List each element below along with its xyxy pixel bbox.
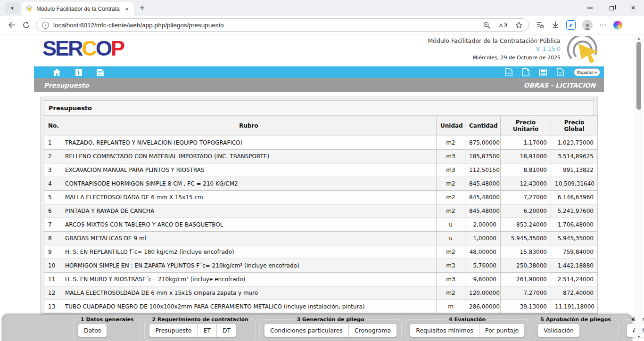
refresh-button[interactable]	[19, 18, 33, 32]
budget-table-body: 1TRAZADO, REPLANTEO Y NIVELACION (EQUIPO…	[44, 136, 598, 314]
menubar-right-icons: Español	[505, 68, 600, 76]
app-menubar: Español	[34, 66, 604, 78]
copilot-icon[interactable]	[613, 21, 622, 30]
new-document-icon[interactable]	[522, 68, 529, 76]
col-header-rubro: Rubro	[61, 116, 437, 136]
document-icon[interactable]	[97, 69, 104, 76]
row-no: 10	[44, 259, 61, 273]
table-caption: Presupuesto	[44, 100, 594, 115]
nav-button[interactable]: Validación	[538, 324, 579, 337]
row-precio-global: 1.706,48000	[551, 218, 598, 232]
nav-button[interactable]: ET	[197, 324, 216, 337]
budget-panel: Presupuesto No. Rubro Unidad Cantidad Pr…	[40, 97, 598, 317]
row-cantidad: 845,48000	[465, 204, 501, 218]
col-header-unidad: Unidad	[437, 116, 465, 136]
row-precio-unitario: 8,81000	[501, 163, 551, 177]
row-cantidad: 5,76000	[465, 259, 501, 273]
row-unidad: m3	[437, 163, 465, 177]
app-title: Módulo Facilitador de la Contratación Pú…	[428, 37, 561, 44]
row-unidad: m	[437, 300, 465, 314]
row-cantidad: 845,48000	[465, 177, 501, 191]
nav-button[interactable]: Por puntaje	[479, 324, 524, 337]
table-row: 3EXCAVACION MANUAL PARA PLINTOS Y RIOSTR…	[44, 163, 598, 177]
row-cantidad: 9,60000	[465, 273, 501, 286]
row-rubro: EXCAVACION MANUAL PARA PLINTOS Y RIOSTRA…	[61, 163, 437, 177]
calculator-icon[interactable]	[539, 69, 547, 76]
nav-button[interactable]: Presupuesto	[149, 324, 197, 337]
row-rubro: H. S. EN MURO Y RIOSTRASF´c= 210kg/cm² (…	[61, 273, 437, 286]
site-info-icon[interactable]: i	[42, 22, 49, 29]
row-cantidad: 120,00000	[465, 286, 501, 300]
row-precio-unitario: 12,43000	[501, 177, 551, 191]
window-minimize-button[interactable]	[579, 0, 601, 16]
row-rubro: HORMIGON SIMPLE EN : EN ZAPATA YPLINTOS …	[61, 259, 437, 273]
scrollbar-up-icon[interactable]: ▲	[635, 36, 643, 41]
tab-close-icon[interactable]: ×	[124, 6, 130, 13]
ie-mode-icon[interactable]: e	[566, 20, 576, 30]
row-precio-global: 3.514,89625	[551, 150, 598, 163]
row-precio-global: 10.509,31640	[551, 177, 598, 191]
row-unidad: m2	[437, 191, 465, 204]
scrollbar-thumb[interactable]	[636, 42, 641, 110]
nav-group-legend: 2 Requerimiento de contratación	[149, 317, 251, 323]
zoom-out-icon[interactable]	[483, 21, 491, 29]
pdf-document-icon[interactable]	[505, 68, 512, 76]
row-unidad: m2	[437, 286, 465, 300]
row-precio-global: 11.191,18000	[551, 300, 598, 314]
read-aloud-icon[interactable]: A	[498, 21, 507, 29]
nav-button[interactable]: Datos	[78, 324, 107, 337]
page-scrollbar[interactable]: ▲ ▼	[635, 35, 643, 341]
browser-tab[interactable]: Módulo Facilitador de la Contrata ×	[22, 2, 134, 16]
row-rubro: RELLENO COMPACTADO CON MATERIAL IMPORTAD…	[61, 150, 437, 163]
nav-button-group: Requisitos mínimosPor puntaje	[410, 324, 525, 337]
row-precio-global: 1.442,18880	[551, 259, 598, 273]
collections-icon[interactable]	[536, 21, 545, 30]
nav-button[interactable]: Condiciones particulares	[264, 324, 348, 337]
scrollbar-down-icon[interactable]: ▼	[635, 335, 643, 339]
row-no: 8	[44, 232, 61, 245]
nav-button[interactable]: Cronograma	[348, 324, 396, 337]
row-cantidad: 845,48000	[465, 191, 501, 204]
nav-button-group: Condiciones particularesCronograma	[264, 324, 397, 337]
logo-text: O	[96, 36, 111, 60]
nav-button-group: PresupuestoETDT	[149, 324, 237, 337]
tab-search-button[interactable]: ▾	[5, 2, 20, 14]
profile-avatar[interactable]	[582, 20, 593, 30]
back-button[interactable]	[5, 18, 19, 32]
budget-table: No. Rubro Unidad Cantidad Precio Unitari…	[44, 115, 598, 314]
window-close-button[interactable]: ×	[622, 0, 644, 16]
language-select[interactable]: Español	[574, 68, 600, 76]
url-text[interactable]: localhost:6012/mfc-cliente/web/app.php/p…	[53, 22, 479, 29]
nav-group: 2 Requerimiento de contrataciónPresupues…	[144, 317, 256, 341]
table-row: 2RELLENO COMPACTADO CON MATERIAL IMPORTA…	[44, 150, 598, 163]
new-tab-button[interactable]: +	[140, 3, 145, 13]
window-controls: ×	[579, 0, 644, 16]
row-precio-unitario: 261,90000	[501, 273, 551, 286]
logo-text: SER	[42, 36, 82, 60]
browser-menu-icon[interactable]: ⋯	[599, 21, 607, 29]
row-precio-unitario: 853,24000	[501, 218, 551, 232]
row-cantidad: 286,00000	[465, 300, 501, 314]
nav-group-legend: 5 Aprobación de pliegos	[537, 317, 614, 323]
section-titlebar: Presupuesto OBRAS - LICITACION	[34, 78, 604, 92]
window-restore-button[interactable]	[601, 0, 622, 16]
table-row: 13TUBO CUADRADO NEGRO DE 100x100x2mm PAR…	[44, 300, 598, 314]
table-row: 5MALLA ELECTROSOLDADA DE 6 mm X 15x15 cm…	[44, 191, 598, 204]
url-field[interactable]: i localhost:6012/mfc-cliente/web/app.php…	[36, 18, 529, 32]
bottom-nav: 1 Datos generalesDatos2 Requerimiento de…	[73, 317, 644, 341]
row-rubro: CONTRAPISODE HORMIGON SIMPLE 8 CM , FC =…	[61, 177, 437, 191]
pdf-preview-icon[interactable]	[557, 68, 564, 76]
nav-button[interactable]: DT	[216, 324, 236, 337]
row-precio-unitario: 5.945,35000	[501, 232, 551, 245]
nav-button[interactable]: Requisitos mínimos	[410, 324, 479, 337]
close-icon: ×	[631, 4, 635, 12]
page-content: SERCOP Módulo Facilitador de la Contrata…	[0, 35, 635, 341]
home-icon[interactable]	[53, 69, 61, 76]
info-icon[interactable]	[75, 69, 82, 76]
logo-text: P	[111, 36, 124, 60]
downloads-icon[interactable]	[551, 21, 560, 29]
favorite-star-icon[interactable]	[515, 21, 523, 29]
table-row: 11H. S. EN MURO Y RIOSTRASF´c= 210kg/cm²…	[44, 273, 598, 286]
row-unidad: m2	[437, 204, 465, 218]
row-no: 4	[44, 177, 61, 191]
